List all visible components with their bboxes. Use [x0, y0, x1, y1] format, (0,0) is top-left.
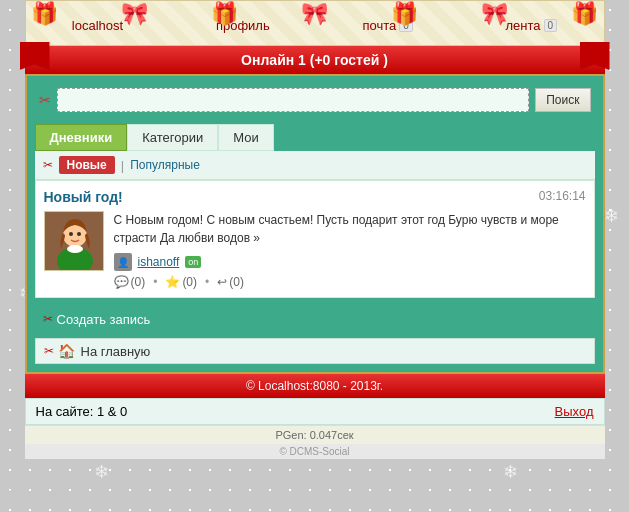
sub-tabs-deco: ✂	[43, 158, 53, 172]
star-icon: ⭐	[165, 275, 180, 289]
sub-tabs: ✂ Новые | Популярные	[35, 151, 595, 180]
svg-point-6	[67, 245, 83, 253]
post-header: Новый год! 03:16:14	[44, 189, 586, 205]
post-title[interactable]: Новый год!	[44, 189, 123, 205]
ribbon-right	[580, 42, 610, 70]
mail-badge: 0	[399, 19, 413, 32]
online-indicator: on	[185, 256, 201, 268]
footer-copyright: © Localhost:8080 - 2013г.	[25, 374, 605, 398]
content-area: ✂ Поиск Дневники Категории Мои ✂ Новые |…	[25, 74, 605, 374]
stat-dot-1: •	[153, 275, 157, 289]
watermark: © gix.su™	[5, 486, 70, 502]
post-avatar	[44, 211, 104, 271]
sub-tab-new[interactable]: Новые	[59, 156, 115, 174]
nav-localhost-label: localhost	[72, 18, 123, 33]
search-button[interactable]: Поиск	[535, 88, 590, 112]
avatar-image	[45, 211, 103, 271]
author-name[interactable]: ishanoff	[138, 255, 180, 269]
tab-diaries[interactable]: Дневники	[35, 124, 128, 151]
pgen-text: PGen: 0.047сек	[275, 429, 353, 441]
nav-localhost[interactable]: localhost	[72, 18, 123, 33]
stars-count: (0)	[182, 275, 197, 289]
create-post-section: ✂ Создать запись	[35, 302, 595, 335]
tabs-row: Дневники Категории Мои	[35, 124, 595, 151]
logout-link[interactable]: Выход	[555, 404, 594, 419]
nav-feed[interactable]: лента 0	[506, 18, 558, 33]
stat-dot-2: •	[205, 275, 209, 289]
feed-badge: 0	[544, 19, 558, 32]
footer-dcms: © DCMS-Social	[25, 444, 605, 459]
online-bar: Онлайн 1 (+0 гостей )	[25, 46, 605, 74]
post-body: С Новым годом! С новым счастьем! Пусть п…	[44, 211, 586, 289]
nav-mail[interactable]: почта 0	[362, 18, 412, 33]
copyright-text: © Localhost:8080 - 2013г.	[246, 379, 383, 393]
stars-stat[interactable]: ⭐ (0)	[165, 275, 197, 289]
post-text-area: С Новым годом! С новым счастьем! Пусть п…	[114, 211, 586, 289]
nav-profile-label: профиль	[216, 18, 270, 33]
home-icon: 🏠	[58, 343, 75, 359]
post-text: С Новым годом! С новым счастьем! Пусть п…	[114, 211, 586, 247]
svg-point-5	[77, 232, 81, 236]
create-bow-icon: ✂	[43, 312, 53, 326]
shares-count: (0)	[229, 275, 244, 289]
ribbon-left	[20, 42, 50, 70]
online-text: Онлайн 1 (+0 гостей )	[241, 52, 388, 68]
status-text: На сайте: 1 & 0	[36, 404, 128, 419]
footer-pgen: PGen: 0.047сек	[25, 425, 605, 444]
tab-categories[interactable]: Категории	[127, 124, 218, 151]
create-post-button[interactable]: Создать запись	[57, 308, 587, 331]
main-wrapper: 🎁 🎀 🎁 🎀 🎁 🎀 🎁 localhost профиль почта 0 …	[25, 0, 605, 459]
search-input[interactable]	[57, 88, 530, 112]
shares-stat[interactable]: ↩ (0)	[217, 275, 244, 289]
post-time: 03:16:14	[539, 189, 586, 203]
site-header: 🎁 🎀 🎁 🎀 🎁 🎀 🎁 localhost профиль почта 0 …	[25, 0, 605, 46]
home-link[interactable]: На главную	[81, 344, 151, 359]
post-area: Новый год! 03:16:14	[35, 180, 595, 298]
dcms-text: © DCMS-Social	[279, 446, 349, 457]
author-avatar: 👤	[114, 253, 132, 271]
nav-feed-label: лента	[506, 18, 541, 33]
nav-profile[interactable]: профиль	[216, 18, 270, 33]
nav-mail-label: почта	[362, 18, 396, 33]
share-icon: ↩	[217, 275, 227, 289]
comment-icon: 💬	[114, 275, 129, 289]
search-bar: ✂ Поиск	[35, 84, 595, 116]
tab-mine[interactable]: Мои	[218, 124, 273, 151]
post-stats: 💬 (0) • ⭐ (0) • ↩ (0)	[114, 275, 586, 289]
home-section: ✂ 🏠 На главную	[35, 338, 595, 364]
sub-tab-popular[interactable]: Популярные	[130, 158, 200, 172]
sub-tab-separator: |	[121, 158, 124, 173]
svg-point-4	[69, 232, 73, 236]
comments-count: (0)	[131, 275, 146, 289]
author-row: 👤 ishanoff on	[114, 253, 586, 271]
home-bow-icon: ✂	[44, 344, 54, 358]
comments-stat[interactable]: 💬 (0)	[114, 275, 146, 289]
scissors-icon: ✂	[39, 92, 51, 108]
footer-status: На сайте: 1 & 0 Выход	[25, 398, 605, 425]
